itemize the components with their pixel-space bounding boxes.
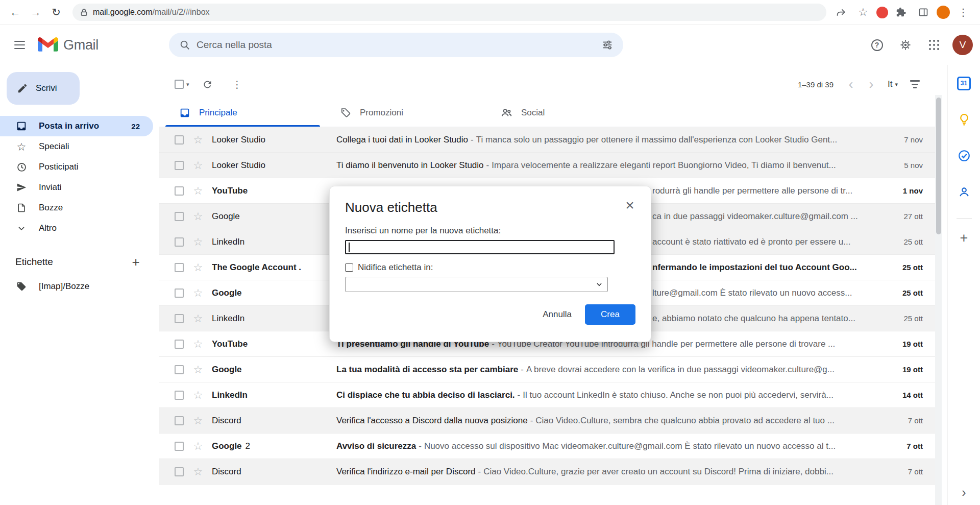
email-checkbox[interactable] bbox=[175, 340, 184, 349]
email-checkbox[interactable] bbox=[175, 288, 184, 298]
email-checkbox[interactable] bbox=[175, 314, 184, 323]
browser-toolbar: ← → ↻ mail.google.com/mail/u/2/#inbox ☆ … bbox=[0, 0, 980, 25]
star-icon[interactable]: ☆ bbox=[192, 160, 204, 171]
input-tools-selector[interactable]: It ▾ bbox=[888, 79, 898, 89]
share-icon[interactable] bbox=[832, 4, 850, 21]
email-row[interactable]: ☆ Google La tua modalità di accesso sta … bbox=[159, 357, 935, 382]
tab-principale[interactable]: Principale bbox=[165, 99, 326, 127]
split-pane-toggle-icon[interactable] bbox=[910, 80, 920, 88]
star-icon[interactable]: ☆ bbox=[192, 415, 204, 426]
sidebar-label-imap-bozze[interactable]: [Imap]/Bozze bbox=[0, 276, 153, 297]
sidebar-item-starred[interactable]: ☆ Speciali bbox=[0, 136, 153, 157]
email-subject-line: Avviso di sicurezza - Nuovo accesso sul … bbox=[336, 441, 886, 451]
star-icon[interactable]: ☆ bbox=[192, 236, 204, 247]
tasks-icon[interactable] bbox=[954, 146, 974, 166]
email-date: 19 ott bbox=[886, 365, 935, 374]
nest-label-checkbox[interactable] bbox=[345, 263, 353, 272]
browser-menu-icon[interactable]: ⋮ bbox=[954, 4, 972, 21]
parent-label-select[interactable] bbox=[345, 277, 608, 292]
newer-page-icon[interactable]: ‹ bbox=[841, 74, 861, 94]
adblock-extension-icon[interactable] bbox=[876, 7, 888, 18]
star-icon[interactable]: ☆ bbox=[192, 134, 204, 145]
sender-name: Google bbox=[212, 211, 240, 222]
search-options-icon[interactable] bbox=[596, 33, 619, 57]
close-icon[interactable]: × bbox=[620, 196, 640, 215]
browser-back-icon[interactable]: ← bbox=[5, 2, 26, 22]
list-scrollbar[interactable] bbox=[935, 95, 942, 505]
email-checkbox[interactable] bbox=[175, 186, 184, 196]
calendar-icon[interactable]: 31 bbox=[954, 73, 974, 93]
email-checkbox[interactable] bbox=[175, 442, 184, 451]
sidebar-item-inbox[interactable]: Posta in arrivo 22 bbox=[0, 116, 153, 136]
star-icon[interactable]: ☆ bbox=[192, 364, 204, 375]
label-name-input[interactable] bbox=[345, 240, 615, 254]
star-icon[interactable]: ☆ bbox=[192, 466, 204, 477]
email-row[interactable]: ☆ Discord Verifica l'indirizzo e-mail pe… bbox=[159, 459, 935, 485]
tab-promozioni[interactable]: Promozioni bbox=[326, 99, 487, 127]
email-checkbox[interactable] bbox=[175, 467, 184, 476]
email-checkbox[interactable] bbox=[175, 391, 184, 400]
email-checkbox[interactable] bbox=[175, 212, 184, 221]
select-all-checkbox[interactable]: ▾ bbox=[175, 80, 189, 89]
bookmark-star-icon[interactable]: ☆ bbox=[854, 4, 872, 21]
star-icon[interactable]: ☆ bbox=[192, 185, 204, 196]
more-options-icon[interactable]: ⋮ bbox=[226, 73, 249, 95]
email-subject: Verifica l'indirizzo e-mail per Discord bbox=[336, 467, 476, 477]
browser-forward-icon[interactable]: → bbox=[26, 2, 46, 22]
email-checkbox[interactable] bbox=[175, 263, 184, 272]
star-icon[interactable]: ☆ bbox=[192, 211, 204, 222]
sidebar-item-snoozed[interactable]: Posticipati bbox=[0, 157, 153, 177]
email-date: 1 nov bbox=[886, 186, 935, 195]
google-apps-icon[interactable] bbox=[922, 33, 946, 57]
star-icon[interactable]: ☆ bbox=[192, 339, 204, 349]
star-icon[interactable]: ☆ bbox=[192, 262, 204, 273]
browser-profile-avatar[interactable] bbox=[937, 6, 950, 19]
email-row[interactable]: ☆ LinkedIn Ci dispiace che tu abbia deci… bbox=[159, 382, 935, 408]
offers-tag-icon bbox=[340, 107, 351, 118]
gmail-m-icon bbox=[38, 37, 58, 53]
create-label-icon[interactable]: + bbox=[126, 252, 146, 272]
help-icon[interactable]: ? bbox=[865, 33, 889, 57]
search-input[interactable] bbox=[197, 39, 596, 51]
star-icon[interactable]: ☆ bbox=[192, 287, 204, 298]
email-checkbox[interactable] bbox=[175, 416, 184, 425]
star-icon[interactable]: ☆ bbox=[192, 313, 204, 324]
email-checkbox[interactable] bbox=[175, 237, 184, 247]
cancel-button[interactable]: Annulla bbox=[534, 305, 580, 324]
email-checkbox[interactable] bbox=[175, 161, 184, 170]
side-panel-icon[interactable] bbox=[915, 4, 932, 21]
email-row[interactable]: ☆ Google 2 Avviso di sicurezza - Nuovo a… bbox=[159, 434, 935, 459]
older-page-icon[interactable]: › bbox=[861, 74, 881, 94]
email-checkbox[interactable] bbox=[175, 135, 184, 145]
sidebar-item-drafts[interactable]: Bozze bbox=[0, 198, 153, 218]
sender-name: The Google Account . bbox=[212, 262, 301, 273]
compose-button[interactable]: Scrivi bbox=[7, 72, 80, 105]
tab-social[interactable]: Social bbox=[487, 99, 648, 127]
extensions-puzzle-icon[interactable] bbox=[893, 4, 910, 21]
settings-gear-icon[interactable] bbox=[893, 33, 918, 57]
checkbox bbox=[175, 80, 184, 89]
account-avatar[interactable]: V bbox=[952, 35, 973, 55]
collapse-side-panel-icon[interactable]: › bbox=[948, 485, 980, 500]
url-bar[interactable]: mail.google.com/mail/u/2/#inbox bbox=[72, 4, 826, 21]
contacts-icon[interactable] bbox=[954, 182, 974, 202]
sidebar-item-more[interactable]: Altro bbox=[0, 218, 153, 238]
create-button[interactable]: Crea bbox=[585, 304, 635, 325]
search-icon[interactable] bbox=[173, 33, 197, 57]
scrollbar-thumb[interactable] bbox=[936, 98, 941, 234]
star-icon[interactable]: ☆ bbox=[192, 441, 204, 451]
email-checkbox[interactable] bbox=[175, 365, 184, 374]
browser-reload-icon[interactable]: ↻ bbox=[46, 2, 66, 22]
get-addons-icon[interactable]: + bbox=[954, 228, 974, 248]
email-subject: Ci dispiace che tu abbia deciso di lasci… bbox=[336, 390, 515, 400]
select-caret-icon[interactable]: ▾ bbox=[186, 81, 189, 88]
email-row[interactable]: ☆ Looker Studio Collega i tuoi dati in L… bbox=[159, 127, 935, 153]
email-row[interactable]: ☆ Looker Studio Ti diamo il benvenuto in… bbox=[159, 153, 935, 178]
refresh-icon[interactable] bbox=[197, 73, 219, 95]
email-row[interactable]: ☆ Discord Verifica l'accesso a Discord d… bbox=[159, 408, 935, 434]
sidebar-item-sent[interactable]: Inviati bbox=[0, 177, 153, 198]
star-icon[interactable]: ☆ bbox=[192, 390, 204, 400]
keep-icon[interactable] bbox=[954, 109, 974, 130]
tab-label: Social bbox=[521, 108, 545, 118]
main-menu-icon[interactable] bbox=[7, 33, 32, 57]
